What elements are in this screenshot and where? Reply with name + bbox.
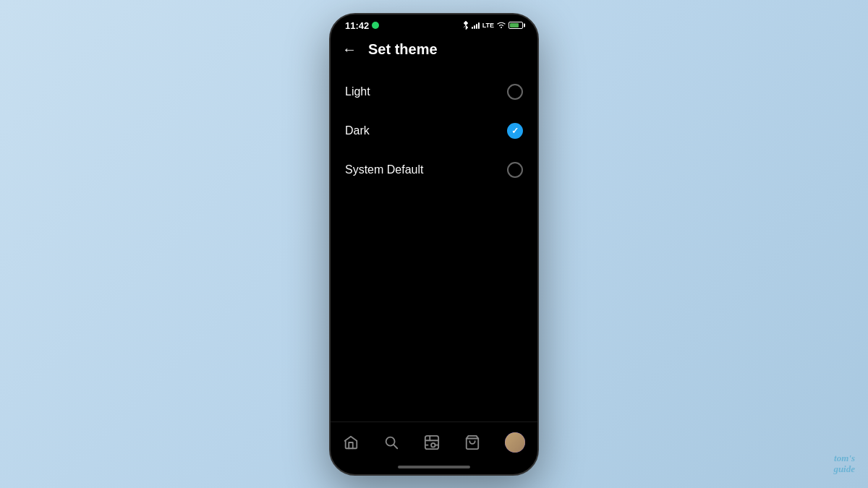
theme-option-system[interactable]: System Default <box>331 150 537 189</box>
profile-avatar <box>505 432 525 453</box>
radio-system[interactable] <box>507 162 523 178</box>
nav-item-profile[interactable] <box>499 429 531 455</box>
shop-icon <box>464 435 480 450</box>
radio-light[interactable] <box>507 84 523 100</box>
wifi-icon <box>497 22 506 29</box>
status-bar: 11:42 LTE <box>331 14 537 34</box>
nav-item-reels[interactable] <box>418 432 446 453</box>
theme-label-light: Light <box>345 85 370 98</box>
watermark-line2: guide <box>833 463 855 475</box>
back-button[interactable]: ← <box>342 41 357 58</box>
battery-icon <box>509 22 523 29</box>
watermark-line1: tom's <box>833 453 855 464</box>
app-header: ← Set theme <box>331 34 537 67</box>
phone-frame: 11:42 LTE <box>329 13 539 476</box>
lte-icon: LTE <box>482 22 494 29</box>
bluetooth-icon <box>463 21 469 30</box>
nav-item-shop[interactable] <box>459 432 486 453</box>
search-icon <box>383 435 399 450</box>
whatsapp-icon <box>372 22 379 29</box>
page-title: Set theme <box>368 41 438 58</box>
nav-item-home[interactable] <box>337 432 365 453</box>
signal-icon <box>472 22 480 29</box>
svg-line-1 <box>393 445 397 448</box>
home-icon <box>343 435 359 450</box>
theme-option-light[interactable]: Light <box>331 72 537 111</box>
status-time: 11:42 <box>345 20 369 31</box>
nav-item-search[interactable] <box>378 432 405 453</box>
reels-icon <box>424 435 440 450</box>
watermark: tom's guide <box>833 453 855 475</box>
desktop-background: 11:42 LTE <box>0 0 868 488</box>
theme-label-system: System Default <box>345 163 423 176</box>
status-icons: LTE <box>463 21 523 30</box>
radio-dark[interactable] <box>507 123 523 139</box>
theme-label-dark: Dark <box>345 124 370 137</box>
home-indicator <box>331 460 537 474</box>
theme-options-list: Light Dark System Default <box>331 67 537 421</box>
home-indicator-bar <box>398 466 470 468</box>
theme-option-dark[interactable]: Dark <box>331 111 537 150</box>
bottom-nav <box>331 421 537 460</box>
